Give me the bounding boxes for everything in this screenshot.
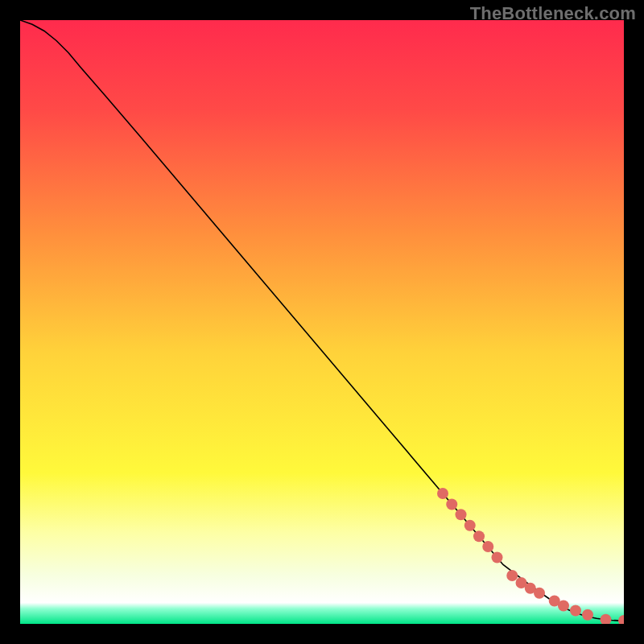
- data-point: [464, 520, 476, 531]
- data-point: [456, 509, 467, 520]
- data-point: [534, 588, 545, 599]
- data-point: [582, 609, 593, 621]
- data-point: [446, 499, 457, 510]
- data-point: [482, 541, 493, 552]
- data-point: [570, 605, 581, 617]
- data-point: [473, 530, 485, 542]
- chart-stage: TheBottleneck.com: [0, 0, 644, 644]
- data-point: [437, 488, 448, 499]
- data-point: [492, 552, 503, 564]
- chart-plot-area: [20, 20, 624, 624]
- data-point: [506, 570, 518, 581]
- chart-svg: [20, 20, 624, 624]
- gradient-background: [20, 20, 624, 624]
- data-point: [558, 601, 569, 612]
